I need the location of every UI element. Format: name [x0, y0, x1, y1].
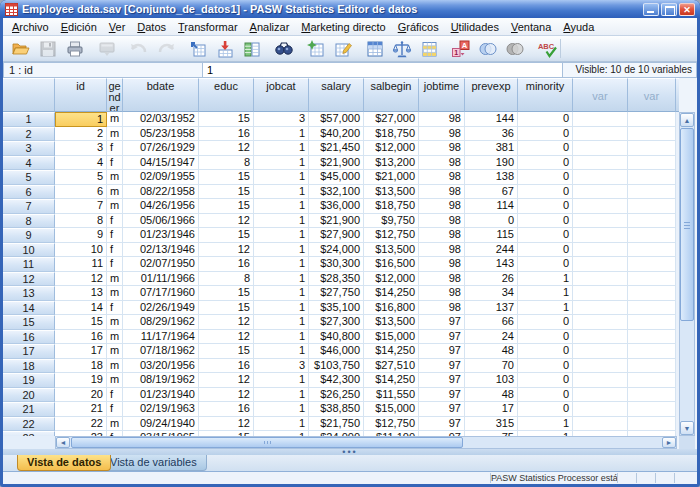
data-cell[interactable]: 0: [518, 185, 573, 200]
variables-icon[interactable]: [238, 37, 265, 61]
data-cell[interactable]: $11,550: [364, 388, 419, 403]
data-cell[interactable]: 14: [55, 301, 107, 316]
data-cell[interactable]: $16,800: [364, 301, 419, 316]
data-cell[interactable]: 1: [254, 228, 309, 243]
data-cell[interactable]: 381: [465, 141, 518, 156]
vertical-scroll-thumb[interactable]: [680, 128, 694, 321]
data-cell[interactable]: $21,450: [309, 141, 364, 156]
data-cell[interactable]: 8: [55, 214, 107, 229]
data-cell[interactable]: 3: [55, 141, 107, 156]
empty-var-cell[interactable]: [573, 315, 628, 330]
data-cell[interactable]: 02/09/1955: [123, 170, 199, 185]
data-cell[interactable]: 08/19/1962: [123, 373, 199, 388]
data-cell[interactable]: 0: [518, 344, 573, 359]
empty-var-cell[interactable]: [573, 417, 628, 432]
data-cell[interactable]: 1: [518, 417, 573, 432]
empty-var-cell[interactable]: [628, 315, 676, 330]
row-header[interactable]: 10: [3, 243, 55, 258]
data-cell[interactable]: $57,000: [309, 112, 364, 127]
data-cell[interactable]: m: [107, 359, 123, 374]
empty-var-cell[interactable]: [573, 286, 628, 301]
column-header-var-1[interactable]: var: [573, 78, 628, 112]
data-cell[interactable]: $18,750: [364, 127, 419, 142]
empty-var-cell[interactable]: [573, 170, 628, 185]
data-cell[interactable]: 97: [419, 373, 465, 388]
empty-var-cell[interactable]: [628, 127, 676, 142]
data-cell[interactable]: 08/22/1958: [123, 185, 199, 200]
data-cell[interactable]: f: [107, 402, 123, 417]
data-cell[interactable]: 97: [419, 359, 465, 374]
data-cell[interactable]: 0: [518, 388, 573, 403]
data-cell[interactable]: m: [107, 330, 123, 345]
data-cell[interactable]: 01/23/1940: [123, 388, 199, 403]
data-cell[interactable]: $35,100: [309, 301, 364, 316]
data-cell[interactable]: 1: [254, 330, 309, 345]
data-cell[interactable]: 05/06/1966: [123, 214, 199, 229]
data-cell[interactable]: 98: [419, 170, 465, 185]
horizontal-scrollbar[interactable]: ◄ ►: [55, 436, 677, 449]
data-cell[interactable]: 12: [199, 243, 254, 258]
data-cell[interactable]: 02/13/1946: [123, 243, 199, 258]
data-cell[interactable]: 13: [55, 286, 107, 301]
data-cell[interactable]: 98: [419, 141, 465, 156]
data-cell[interactable]: 10: [55, 243, 107, 258]
data-cell[interactable]: 98: [419, 272, 465, 287]
empty-var-cell[interactable]: [573, 156, 628, 171]
data-cell[interactable]: 21: [55, 402, 107, 417]
data-cell[interactable]: 9: [55, 228, 107, 243]
data-cell[interactable]: $13,500: [364, 315, 419, 330]
empty-var-cell[interactable]: [573, 214, 628, 229]
data-cell[interactable]: $42,300: [309, 373, 364, 388]
column-header-educ[interactable]: educ: [199, 78, 254, 112]
data-cell[interactable]: $13,500: [364, 185, 419, 200]
empty-var-cell[interactable]: [628, 170, 676, 185]
data-cell[interactable]: $12,750: [364, 417, 419, 432]
data-cell[interactable]: $9,750: [364, 214, 419, 229]
empty-var-cell[interactable]: [628, 330, 676, 345]
data-cell[interactable]: 315: [465, 417, 518, 432]
data-cell[interactable]: 1: [254, 373, 309, 388]
data-cell[interactable]: 1: [254, 417, 309, 432]
data-cell[interactable]: f: [107, 156, 123, 171]
data-cell[interactable]: $24,000: [309, 243, 364, 258]
row-header[interactable]: 19: [3, 373, 55, 388]
selected-cell[interactable]: 1: [55, 112, 107, 127]
insert-cases-icon[interactable]: [302, 37, 329, 61]
tab-data-view[interactable]: Vista de datos: [17, 455, 111, 471]
show-all-variables-icon[interactable]: [501, 37, 528, 61]
scroll-down-icon[interactable]: ▼: [680, 421, 694, 435]
empty-var-cell[interactable]: [628, 388, 676, 403]
data-cell[interactable]: 12: [199, 373, 254, 388]
data-cell[interactable]: $36,000: [309, 199, 364, 214]
empty-var-cell[interactable]: [628, 359, 676, 374]
empty-var-cell[interactable]: [628, 141, 676, 156]
data-cell[interactable]: 0: [465, 214, 518, 229]
grid-corner-cell[interactable]: [3, 78, 55, 112]
data-cell[interactable]: 03/20/1956: [123, 359, 199, 374]
data-cell[interactable]: 1: [254, 344, 309, 359]
column-header-prevexp[interactable]: prevexp: [465, 78, 518, 112]
scroll-right-icon[interactable]: ►: [662, 437, 676, 448]
data-cell[interactable]: 12: [55, 272, 107, 287]
data-cell[interactable]: 98: [419, 214, 465, 229]
data-cell[interactable]: 3: [254, 359, 309, 374]
data-cell[interactable]: 12: [199, 388, 254, 403]
cell-editor-input[interactable]: [203, 62, 563, 78]
data-cell[interactable]: $18,750: [364, 199, 419, 214]
data-cell[interactable]: 48: [465, 388, 518, 403]
data-cell[interactable]: m: [107, 344, 123, 359]
data-cell[interactable]: 0: [518, 243, 573, 258]
menu-archivo[interactable]: Archivo: [6, 20, 55, 34]
data-cell[interactable]: 67: [465, 185, 518, 200]
row-header[interactable]: 11: [3, 257, 55, 272]
row-header[interactable]: 20: [3, 388, 55, 403]
empty-var-cell[interactable]: [628, 402, 676, 417]
data-cell[interactable]: $28,350: [309, 272, 364, 287]
data-cell[interactable]: 1: [254, 199, 309, 214]
column-header-gender[interactable]: gender: [107, 78, 123, 112]
data-cell[interactable]: $14,250: [364, 344, 419, 359]
data-cell[interactable]: 12: [199, 330, 254, 345]
data-cell[interactable]: 22: [55, 417, 107, 432]
row-header[interactable]: 7: [3, 199, 55, 214]
empty-var-cell[interactable]: [573, 373, 628, 388]
